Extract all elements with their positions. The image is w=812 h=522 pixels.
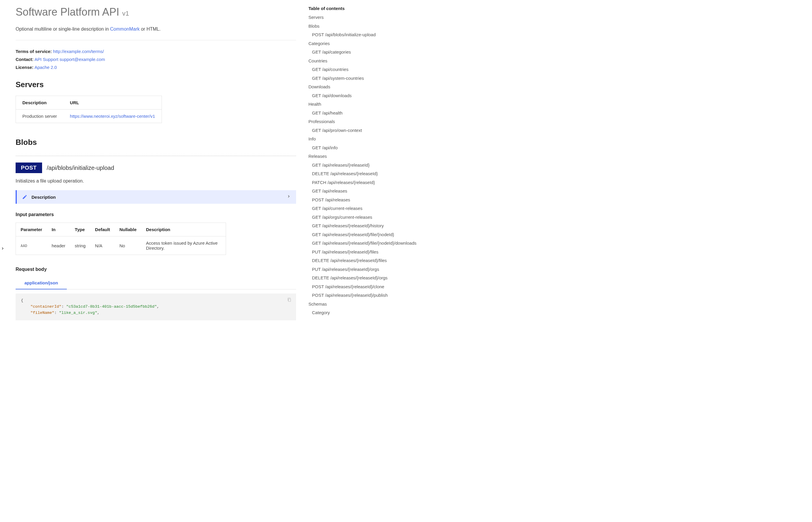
toc-item[interactable]: PUT /api/releases/{releaseId}/files bbox=[308, 247, 397, 257]
toc-item[interactable]: GET /api/pro/own-context bbox=[308, 126, 397, 135]
endpoint-header: POST /api/blobs/initialize-upload bbox=[16, 162, 296, 173]
toc-item[interactable]: Categories bbox=[308, 39, 397, 48]
servers-heading: Servers bbox=[16, 80, 296, 89]
tab-application-json[interactable]: application/json bbox=[16, 277, 67, 289]
param-col-nullable: Nullable bbox=[115, 223, 141, 236]
sidebar-expand-handle[interactable] bbox=[0, 0, 5, 320]
terms-label: Terms of service: bbox=[16, 49, 52, 54]
param-row: AAD header string N/A No Access token is… bbox=[16, 236, 226, 255]
page-title: Software Platform API v1 bbox=[16, 6, 296, 18]
api-description: Optional multiline or single-line descri… bbox=[16, 26, 296, 32]
license-link[interactable]: Apache 2.0 bbox=[35, 65, 57, 70]
toc-item[interactable]: DELETE /api/releases/{releaseId}/files bbox=[308, 257, 397, 265]
toc-item[interactable]: DELETE /api/releases/{releaseId} bbox=[308, 169, 397, 178]
toc-item[interactable]: POST /api/releases/{releaseId}/publish bbox=[308, 291, 397, 300]
server-desc: Production server bbox=[16, 109, 64, 123]
content-type-tabs: application/json bbox=[16, 277, 296, 289]
endpoint-path: /api/blobs/initialize-upload bbox=[47, 165, 114, 172]
table-of-contents: Table of contents ServersBlobsPOST /api/… bbox=[306, 0, 400, 320]
param-type: string bbox=[70, 236, 90, 255]
toc-item[interactable]: Servers bbox=[308, 13, 397, 22]
servers-table: Description URL Production server https:… bbox=[16, 96, 162, 123]
toc-item[interactable]: Schemas bbox=[308, 300, 397, 308]
license-label: License: bbox=[16, 65, 34, 70]
copy-icon[interactable] bbox=[287, 297, 292, 305]
toc-item[interactable]: GET /api/downloads bbox=[308, 91, 397, 100]
server-url-link[interactable]: https://www.neoteroi.xyz/software-center… bbox=[70, 114, 155, 119]
toc-item[interactable]: PATCH /api/releases/{releaseId} bbox=[308, 178, 397, 187]
main-content: Software Platform API v1 Optional multil… bbox=[5, 0, 306, 320]
servers-col-url: URL bbox=[64, 96, 162, 109]
toc-item[interactable]: GET /api/health bbox=[308, 109, 397, 118]
toc-item[interactable]: POST /api/releases/{releaseId}/clone bbox=[308, 282, 397, 291]
commonmark-link[interactable]: CommonMark bbox=[110, 26, 140, 32]
toc-item[interactable]: GET /api/releases bbox=[308, 187, 397, 196]
divider bbox=[16, 40, 296, 40]
toc-item[interactable]: PUT /api/releases/{releaseId}/orgs bbox=[308, 265, 397, 274]
param-default: N/A bbox=[90, 236, 115, 255]
toc-item[interactable]: DELETE /api/releases/{releaseId}/orgs bbox=[308, 274, 397, 283]
toc-item[interactable]: GET /api/releases/{releaseId}/file/{node… bbox=[308, 230, 397, 239]
contact-name-link[interactable]: API Support bbox=[35, 57, 58, 62]
toc-item[interactable]: GET /api/orgs/current-releases bbox=[308, 213, 397, 222]
contact-email-link[interactable]: support@example.com bbox=[59, 57, 105, 62]
param-col-in: In bbox=[47, 223, 70, 236]
chevron-right-icon bbox=[287, 194, 291, 200]
param-col-name: Parameter bbox=[16, 223, 47, 236]
api-title: Software Platform API bbox=[16, 6, 119, 18]
toc-item[interactable]: Downloads bbox=[308, 83, 397, 92]
description-expandable[interactable]: Description bbox=[16, 190, 296, 204]
contact-label: Contact: bbox=[16, 57, 34, 62]
toc-item[interactable]: GET /api/releases/{releaseId}/history bbox=[308, 222, 397, 230]
servers-col-desc: Description bbox=[16, 96, 64, 109]
terms-link[interactable]: http://example.com/terms/ bbox=[53, 49, 104, 54]
method-badge-post: POST bbox=[16, 162, 42, 173]
toc-item[interactable]: Countries bbox=[308, 57, 397, 65]
description-bar-label: Description bbox=[32, 195, 56, 200]
toc-item[interactable]: GET /api/countries bbox=[308, 65, 397, 74]
toc-item[interactable]: GET /api/releases/{releaseId}/file/{node… bbox=[308, 239, 397, 248]
api-meta: Terms of service: http://example.com/ter… bbox=[16, 47, 296, 71]
param-in: header bbox=[47, 236, 70, 255]
param-col-default: Default bbox=[90, 223, 115, 236]
toc-item[interactable]: Info bbox=[308, 135, 397, 144]
toc-item[interactable]: GET /api/releases/{releaseId} bbox=[308, 161, 397, 169]
param-col-type: Type bbox=[70, 223, 90, 236]
request-body-heading: Request body bbox=[16, 267, 296, 272]
toc-title: Table of contents bbox=[308, 5, 397, 12]
toc-item[interactable]: GET /api/categories bbox=[308, 48, 397, 57]
toc-item[interactable]: POST /api/blobs/initialize-upload bbox=[308, 31, 397, 39]
toc-item[interactable]: GET /api/info bbox=[308, 143, 397, 152]
chevron-right-icon bbox=[1, 246, 5, 250]
toc-item[interactable]: Health bbox=[308, 100, 397, 109]
toc-item[interactable]: Blobs bbox=[308, 22, 397, 31]
endpoint-summary: Initializes a file upload operation. bbox=[16, 178, 296, 184]
param-nullable: No bbox=[115, 236, 141, 255]
param-col-desc: Description bbox=[141, 223, 226, 236]
toc-item[interactable]: POST /api/releases bbox=[308, 196, 397, 204]
server-row: Production server https://www.neoteroi.x… bbox=[16, 109, 162, 123]
params-table: Parameter In Type Default Nullable Descr… bbox=[16, 223, 226, 255]
toc-item[interactable]: Category bbox=[308, 308, 397, 317]
toc-item[interactable]: GET /api/current-releases bbox=[308, 204, 397, 213]
blobs-heading: Blobs bbox=[16, 138, 296, 156]
toc-item[interactable]: GET /api/system-countries bbox=[308, 74, 397, 83]
pencil-icon bbox=[22, 194, 27, 200]
toc-item[interactable]: Professionals bbox=[308, 118, 397, 126]
param-desc: Access token issued by Azure Active Dire… bbox=[141, 236, 226, 255]
api-version: v1 bbox=[122, 10, 129, 17]
toc-item[interactable]: Releases bbox=[308, 152, 397, 161]
request-body-code: { "containerId": "c53a1cd7-8b31-401b-aac… bbox=[16, 294, 296, 320]
input-params-heading: Input parameters bbox=[16, 212, 296, 217]
param-name: AAD bbox=[16, 236, 47, 255]
